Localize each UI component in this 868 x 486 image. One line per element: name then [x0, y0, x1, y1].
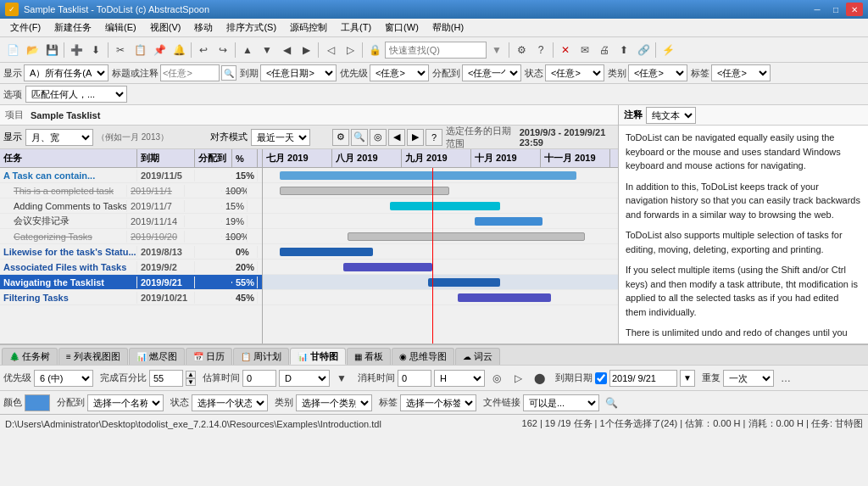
repeat-select[interactable]: 一次 — [723, 370, 774, 387]
title-search-icon[interactable]: 🔍 — [221, 65, 236, 81]
gantt-display-select[interactable]: 月、宽 — [25, 129, 93, 146]
options-select[interactable]: 匹配任何人，... — [25, 86, 127, 103]
paste-button[interactable]: 📌 — [150, 41, 169, 59]
add-subtask-button[interactable]: ⬇ — [86, 41, 105, 59]
gantt-scroll-left-button[interactable]: ◀ — [388, 129, 405, 146]
tab-日历[interactable]: 📅日历 — [186, 348, 232, 365]
menu-file[interactable]: 文件(F) — [3, 20, 47, 36]
title-input[interactable] — [160, 64, 220, 81]
status-prop-select[interactable]: 选择一个状态 — [192, 394, 268, 411]
tab-思维导图[interactable]: ◉思维导图 — [392, 348, 454, 365]
add-task-button[interactable]: ➕ — [67, 41, 86, 59]
task-row[interactable]: Associated Files with Tasks 2019/9/2 20% — [0, 260, 262, 275]
task-row[interactable]: Adding Comments to Tasks 2019/11/7 15% — [0, 198, 262, 214]
completion-up[interactable]: ▲ — [186, 371, 196, 378]
completion-input[interactable] — [149, 370, 183, 387]
estimate-unit-select[interactable]: D — [279, 370, 330, 387]
task-row[interactable]: Categorizing Tasks 2019/10/20 100% — [0, 229, 262, 244]
assign-select[interactable]: <任意一个> — [462, 64, 521, 81]
gantt-settings-icon[interactable]: ⚙ — [332, 129, 349, 146]
tab-列表视图图[interactable]: ≡列表视图图 — [58, 348, 128, 365]
menu-tools[interactable]: 工具(T) — [334, 20, 378, 36]
move-up-button[interactable]: ▲ — [238, 41, 257, 59]
email-button[interactable]: ✉ — [576, 41, 594, 59]
menu-edit[interactable]: 编辑(E) — [98, 20, 143, 36]
tab-周计划[interactable]: 📋周计划 — [233, 348, 289, 365]
color-swatch[interactable] — [25, 394, 50, 411]
menu-move[interactable]: 移动 — [187, 20, 220, 36]
spent-input[interactable] — [398, 370, 431, 387]
spent-icon1[interactable]: ◎ — [487, 369, 506, 388]
nav-forward-button[interactable]: ▷ — [341, 41, 359, 59]
settings-button[interactable]: ⚙ — [512, 41, 531, 59]
flash-button[interactable]: ⚡ — [659, 41, 677, 59]
filelink-prop-select[interactable]: 可以是... — [523, 394, 599, 411]
move-left-button[interactable]: ◀ — [277, 41, 296, 59]
tab-任务树[interactable]: 🌲任务树 — [2, 348, 58, 365]
gantt-scroll-right-button[interactable]: ▶ — [407, 129, 424, 146]
lock-button[interactable]: 🔒 — [365, 41, 384, 59]
task-row[interactable]: A Task can contain... 2019/11/5 15% — [0, 168, 262, 183]
due-select[interactable]: <任意日期> — [260, 64, 337, 81]
cut-button[interactable]: ✂ — [111, 41, 130, 59]
due-checkbox[interactable] — [595, 372, 607, 384]
priority-prop-select[interactable]: 6 (中) — [34, 370, 93, 387]
notes-type-select[interactable]: 纯文本 — [646, 107, 696, 124]
tab-词云[interactable]: ☁词云 — [455, 348, 500, 365]
task-row[interactable]: Likewise for the task's Statu... 2019/8/… — [0, 244, 262, 260]
task-row[interactable]: This is a completed task 2019/11/1 100% — [0, 183, 262, 198]
task-row[interactable]: Navigating the Tasklist 2019/9/21 55% — [0, 275, 262, 290]
due-date-picker[interactable]: ▼ — [680, 370, 695, 387]
menu-source[interactable]: 源码控制 — [283, 20, 334, 36]
repeat-options-btn[interactable]: … — [776, 369, 795, 388]
help-button[interactable]: ? — [531, 41, 550, 59]
new-file-button[interactable]: 📄 — [3, 41, 22, 59]
display-select[interactable]: A）所有任务(A） — [24, 64, 108, 81]
menu-window[interactable]: 窗口(W) — [378, 20, 426, 36]
gantt-help-button[interactable]: ? — [426, 129, 442, 146]
print-button[interactable]: 🖨 — [595, 41, 614, 59]
menu-newtask[interactable]: 新建任务 — [47, 20, 98, 36]
tag-select[interactable]: <任意> — [711, 64, 771, 81]
tag-prop-select[interactable]: 选择一个标签 — [400, 394, 476, 411]
task-row[interactable]: Filtering Tasks 2019/10/21 45% — [0, 290, 262, 305]
due-date-input[interactable] — [609, 370, 677, 387]
spent-icon3[interactable]: ⬤ — [530, 369, 548, 388]
filelink-browse-btn[interactable]: 🔍 — [602, 394, 620, 412]
menu-help[interactable]: 帮助(H) — [426, 20, 470, 36]
save-button[interactable]: 💾 — [42, 41, 61, 59]
spent-icon2[interactable]: ▷ — [509, 369, 527, 388]
task-row[interactable]: 会议安排记录 2019/11/14 19% — [0, 214, 262, 229]
estimate-input[interactable] — [242, 370, 276, 387]
export-button[interactable]: ⬆ — [615, 41, 633, 59]
alarm-button[interactable]: 🔔 — [170, 41, 188, 59]
gantt-today-button[interactable]: ◎ — [370, 129, 387, 146]
copy-button[interactable]: 📋 — [131, 41, 149, 59]
menu-view[interactable]: 视图(V) — [143, 20, 188, 36]
tab-燃尽图[interactable]: 📊燃尽图 — [129, 348, 185, 365]
gantt-align-select[interactable]: 最近一天 — [251, 129, 310, 146]
priority-select[interactable]: <任意> — [370, 64, 429, 81]
spent-unit-select[interactable]: H — [434, 370, 485, 387]
completion-spinner[interactable]: ▲ ▼ — [186, 371, 196, 386]
estimate-options-icon[interactable]: ▼ — [332, 369, 351, 388]
close-task-button[interactable]: ✕ — [556, 41, 575, 59]
undo-button[interactable]: ↩ — [194, 41, 213, 59]
maximize-button[interactable]: □ — [827, 3, 844, 16]
tab-甘特图[interactable]: 📊甘特图 — [290, 348, 346, 365]
move-down-button[interactable]: ▼ — [258, 41, 276, 59]
minimize-button[interactable]: ─ — [809, 3, 826, 16]
menu-sort[interactable]: 排序方式(S) — [220, 20, 283, 36]
move-right-button[interactable]: ▶ — [297, 41, 315, 59]
link-button[interactable]: 🔗 — [634, 41, 653, 59]
open-file-button[interactable]: 📂 — [23, 41, 42, 59]
completion-down[interactable]: ▼ — [186, 378, 196, 386]
category-select[interactable]: <任意> — [628, 64, 687, 81]
assign-prop-select[interactable]: 选择一个名称 — [87, 394, 164, 411]
category-prop-select[interactable]: 选择一个类别 — [296, 394, 372, 411]
tab-看板[interactable]: ▦看板 — [347, 348, 391, 365]
nav-back-button[interactable]: ◁ — [321, 41, 340, 59]
gantt-zoom-out-button[interactable]: 🔍 — [351, 129, 368, 146]
redo-button[interactable]: ↪ — [214, 41, 232, 59]
quick-search-input[interactable] — [385, 42, 487, 59]
